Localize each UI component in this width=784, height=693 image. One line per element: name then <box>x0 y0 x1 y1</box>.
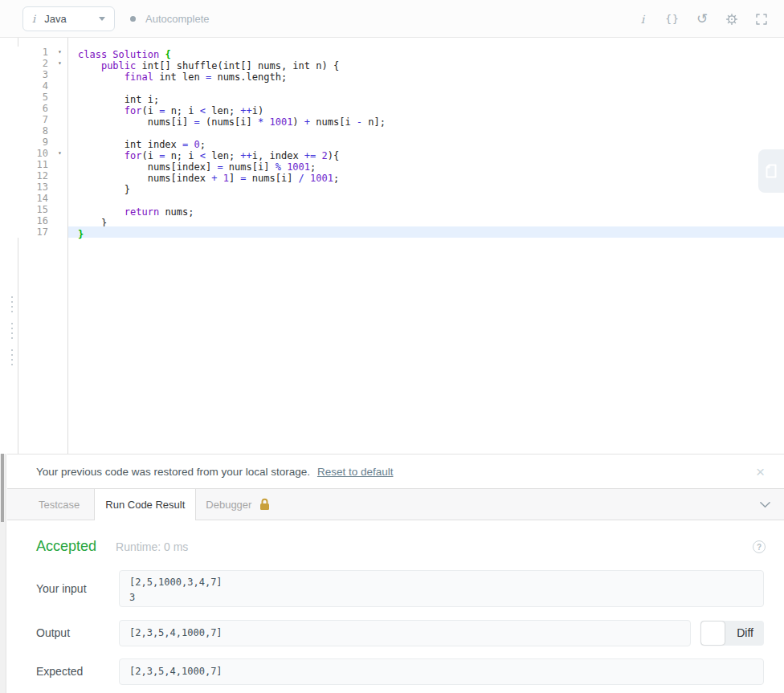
line-gutter: 13 <box>18 181 67 193</box>
line-number: 14 <box>18 193 52 204</box>
run-result-panel: Accepted Runtime: 0 ms ? Your input [2,5… <box>7 521 784 693</box>
code-content[interactable]: class Solution { <box>67 47 784 58</box>
code-content[interactable]: } <box>67 226 784 238</box>
code-line[interactable]: 16 } <box>18 215 784 226</box>
code-line[interactable]: 11 nums[index] = nums[i] % 1001; <box>18 159 784 170</box>
fold-arrow-icon[interactable]: ▾ <box>52 58 67 69</box>
code-content[interactable]: public int[] shuffle(int[] nums, int n) … <box>67 58 784 69</box>
line-number: 6 <box>18 103 52 114</box>
line-gutter: 14 <box>18 193 67 204</box>
document-icon <box>764 162 778 180</box>
fold-arrow-icon <box>52 204 67 215</box>
code-line[interactable]: 2▾ public int[] shuffle(int[] nums, int … <box>18 58 784 69</box>
fold-arrow-icon <box>52 137 67 148</box>
code-content[interactable] <box>67 80 784 92</box>
expected-label: Expected <box>36 665 83 678</box>
toolbar-icons: i {} ↺ <box>636 0 768 38</box>
code-content[interactable]: int index = 0; <box>67 137 784 148</box>
side-widget-button[interactable] <box>758 149 784 193</box>
code-content[interactable] <box>67 193 784 204</box>
code-line[interactable]: 14 <box>18 193 784 204</box>
code-lines: 1▾class Solution {2▾ public int[] shuffl… <box>18 47 784 238</box>
fold-arrow-icon[interactable]: ▾ <box>52 47 67 58</box>
code-editor-pane: 1▾class Solution {2▾ public int[] shuffl… <box>0 38 784 454</box>
output-value: [2,3,5,4,1000,7] <box>129 625 680 642</box>
language-label: Java <box>44 13 66 25</box>
gutter-divider <box>67 38 68 454</box>
code-line[interactable]: 10▾ for(i = n; i < len; ++i, index += 2)… <box>18 148 784 159</box>
expected-box: [2,3,5,4,1000,7] <box>119 658 764 685</box>
code-content[interactable] <box>67 125 784 137</box>
close-icon[interactable]: × <box>753 455 768 489</box>
tab-debugger[interactable]: Debugger <box>198 489 278 520</box>
collapse-panel-chevron-icon[interactable] <box>759 499 771 511</box>
tab-debugger-label: Debugger <box>206 499 251 511</box>
code-line[interactable]: 3 final int len = nums.length; <box>18 69 784 80</box>
format-braces-icon[interactable]: {} <box>666 13 679 26</box>
code-line[interactable]: 5 int i; <box>18 92 784 103</box>
line-gutter: 8 <box>18 125 67 137</box>
code-content[interactable]: } <box>67 181 784 193</box>
fold-arrow-icon <box>52 159 67 170</box>
line-number: 9 <box>18 137 52 148</box>
fold-arrow-icon[interactable]: ▾ <box>52 148 67 159</box>
fold-arrow-icon <box>52 80 67 92</box>
diff-toggle[interactable]: Diff <box>700 621 764 646</box>
diff-toggle-knob[interactable] <box>701 622 725 645</box>
line-number: 16 <box>18 215 52 226</box>
fullscreen-icon[interactable] <box>755 13 768 26</box>
code-line[interactable]: 9 int index = 0; <box>18 137 784 148</box>
output-box: [2,3,5,4,1000,7] <box>119 620 691 646</box>
code-content[interactable]: for(i = n; i < len; ++i) <box>67 103 784 114</box>
autocomplete-label: Autocomplete <box>145 13 210 25</box>
tab-run-code-result[interactable]: Run Code Result <box>94 489 196 520</box>
code-line[interactable]: 8 <box>18 125 784 137</box>
code-content[interactable]: int i; <box>67 92 784 103</box>
help-icon[interactable]: ? <box>753 540 766 553</box>
code-line[interactable]: 1▾class Solution { <box>18 47 784 58</box>
pane-drag-handle-dots-icon[interactable] <box>10 295 14 367</box>
code-content[interactable]: nums[index] = nums[i] % 1001; <box>67 159 784 170</box>
code-content[interactable]: nums[index + 1] = nums[i] / 1001; <box>67 170 784 181</box>
line-number: 13 <box>18 181 52 193</box>
info-icon[interactable]: i <box>636 13 649 26</box>
reset-code-icon[interactable]: ↺ <box>696 13 708 26</box>
code-line[interactable]: 12 nums[index + 1] = nums[i] / 1001; <box>18 170 784 181</box>
output-label: Output <box>36 626 70 639</box>
fold-arrow-icon <box>52 125 67 137</box>
your-input-line1: [2,5,1000,3,4,7] <box>129 575 753 590</box>
fold-arrow-icon <box>52 170 67 181</box>
code-editor-app: i Java Autocomplete i {} ↺ <box>0 0 784 693</box>
fold-arrow-icon <box>52 114 67 125</box>
line-number: 7 <box>18 114 52 125</box>
fold-arrow-icon <box>52 69 67 80</box>
language-select[interactable]: i Java <box>22 6 115 31</box>
line-gutter: 16 <box>18 215 67 226</box>
code-line[interactable]: 6 for(i = n; i < len; ++i) <box>18 103 784 114</box>
line-gutter: 15 <box>18 204 67 215</box>
line-number: 1 <box>18 47 52 58</box>
line-number: 5 <box>18 92 52 103</box>
code-content[interactable]: nums[i] = (nums[i] * 1001) + nums[i - n]… <box>67 114 784 125</box>
tab-run-code-result-label: Run Code Result <box>105 499 185 511</box>
code-content[interactable]: for(i = n; i < len; ++i, index += 2){ <box>67 148 784 159</box>
code-line[interactable]: 13 } <box>18 181 784 193</box>
code-content[interactable]: return nums; <box>67 204 784 215</box>
line-gutter: 17 <box>18 226 67 238</box>
code-line[interactable]: 15 return nums; <box>18 204 784 215</box>
fold-arrow-icon <box>52 181 67 193</box>
code-line[interactable]: 4 <box>18 80 784 92</box>
settings-gear-icon[interactable] <box>725 13 738 26</box>
line-gutter: 6 <box>18 103 67 114</box>
code-line[interactable]: 7 nums[i] = (nums[i] * 1001) + nums[i - … <box>18 114 784 125</box>
code-line[interactable]: 17} <box>18 226 784 238</box>
line-number: 15 <box>18 204 52 215</box>
autocomplete-indicator[interactable]: Autocomplete <box>130 0 210 38</box>
editor-toolbar: i Java Autocomplete i {} ↺ <box>0 0 784 38</box>
line-number: 17 <box>18 226 52 238</box>
reset-to-default-link[interactable]: Reset to default <box>317 466 394 478</box>
fold-arrow-icon <box>52 92 67 103</box>
code-content[interactable]: } <box>67 215 784 226</box>
code-content[interactable]: final int len = nums.length; <box>67 69 784 80</box>
tab-testcase[interactable]: Testcase <box>31 489 87 520</box>
